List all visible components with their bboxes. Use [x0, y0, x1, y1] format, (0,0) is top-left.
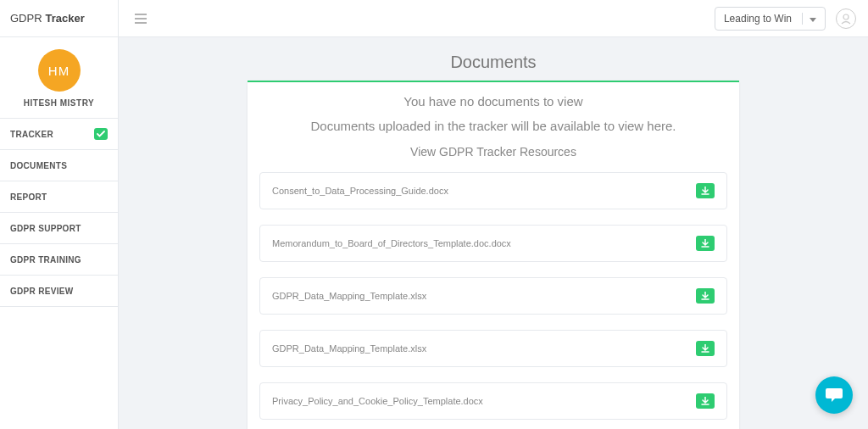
hamburger-icon[interactable] [131, 8, 151, 29]
sidebar-item-report[interactable]: REPORT [0, 181, 118, 213]
sidebar-item-label: TRACKER [10, 130, 53, 139]
sidebar-item-label: DOCUMENTS [10, 161, 67, 170]
brand-text-2: Tracker [46, 12, 85, 25]
sidebar-item-label: GDPR TRAINING [10, 255, 81, 265]
download-button[interactable] [696, 393, 715, 409]
empty-message-1: You have no documents to view [259, 94, 727, 109]
topbar: Leading to Win [119, 0, 868, 37]
sidebar-nav: TRACKER DOCUMENTS REPORT GDPR SUPPORT GD… [0, 119, 118, 307]
dropdown-label: Leading to Win [724, 13, 792, 25]
document-row: Privacy_Policy_and_Cookie_Policy_Templat… [259, 382, 727, 420]
download-button[interactable] [696, 341, 715, 356]
download-button[interactable] [696, 236, 715, 251]
document-row: GDPR_Data_Mapping_Template.xlsx [259, 277, 727, 315]
sidebar-item-tracker[interactable]: TRACKER [0, 119, 118, 150]
download-icon [701, 292, 709, 300]
document-name: GDPR_Data_Mapping_Template.xlsx [272, 343, 426, 354]
avatar-initials: HM [48, 64, 70, 78]
download-button[interactable] [696, 183, 715, 198]
profile-block: HM HITESH MISTRY [0, 37, 118, 119]
avatar[interactable]: HM [38, 49, 81, 92]
svg-point-0 [843, 14, 849, 20]
document-row: Memorandum_to_Board_of_Directors_Templat… [259, 225, 727, 262]
sidebar-item-gdpr-support[interactable]: GDPR SUPPORT [0, 213, 118, 244]
sidebar-item-gdpr-review[interactable]: GDPR REVIEW [0, 276, 118, 307]
sidebar-item-label: GDPR SUPPORT [10, 224, 81, 233]
chat-icon [825, 387, 843, 404]
page-title: Documents [139, 53, 848, 81]
brand[interactable]: GDPR Tracker [0, 0, 118, 37]
brand-text-1: GDPR [10, 12, 42, 25]
org-dropdown[interactable]: Leading to Win [715, 7, 826, 31]
sidebar-item-gdpr-training[interactable]: GDPR TRAINING [0, 244, 118, 276]
chat-widget-button[interactable] [815, 376, 853, 414]
document-name: GDPR_Data_Mapping_Template.xlsx [272, 291, 426, 301]
download-icon [701, 397, 709, 405]
document-name: Memorandum_to_Board_of_Directors_Templat… [272, 238, 511, 248]
document-name: Privacy_Policy_and_Cookie_Policy_Templat… [272, 396, 483, 406]
download-icon [701, 344, 709, 353]
sidebar-item-label: REPORT [10, 192, 47, 202]
sidebar: GDPR Tracker HM HITESH MISTRY TRACKER DO… [0, 0, 119, 429]
empty-message-2: Documents uploaded in the tracker will b… [259, 119, 727, 133]
check-badge-icon [94, 128, 108, 140]
download-button[interactable] [696, 288, 715, 304]
download-icon [701, 187, 709, 195]
sidebar-item-label: GDPR REVIEW [10, 287, 73, 296]
resources-title: View GDPR Tracker Resources [259, 145, 727, 159]
documents-panel: You have no documents to view Documents … [248, 81, 739, 429]
username: HITESH MISTRY [0, 98, 118, 108]
chevron-down-icon [802, 13, 816, 25]
download-icon [701, 239, 709, 248]
document-row: GDPR_Data_Mapping_Template.xlsx [259, 330, 727, 367]
user-menu-icon[interactable] [836, 8, 856, 29]
document-name: Consent_to_Data_Processing_Guide.docx [272, 186, 448, 196]
content-area: Documents You have no documents to view … [119, 37, 868, 429]
sidebar-item-documents[interactable]: DOCUMENTS [0, 150, 118, 181]
document-row: Consent_to_Data_Processing_Guide.docx [259, 172, 727, 209]
